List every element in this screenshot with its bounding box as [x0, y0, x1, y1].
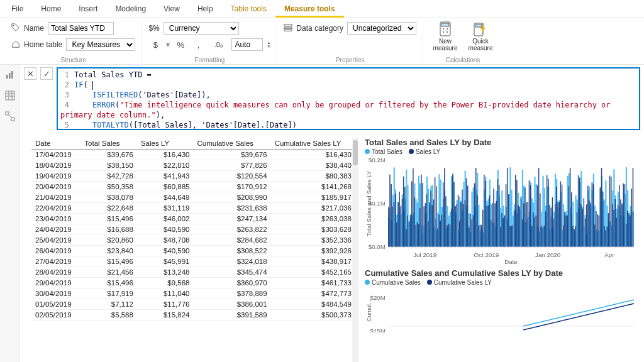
- measure-name-input[interactable]: [48, 22, 114, 35]
- scrollbar-thumb[interactable]: [353, 140, 358, 165]
- svg-rect-231: [529, 180, 530, 247]
- column-header[interactable]: Cumulative Sales LY: [271, 138, 355, 150]
- quick-measure-button[interactable]: Quick measure: [465, 21, 496, 52]
- data-category-select[interactable]: Uncategorized: [347, 22, 416, 35]
- table-row[interactable]: 21/04/2019$38,078$44,649$208,990$185,917: [31, 192, 355, 203]
- svg-rect-15: [6, 91, 14, 100]
- table-row[interactable]: 22/04/2019$22,648$31,119$231,638$217,036: [31, 203, 355, 214]
- legend-item: Cumulative Sales LY: [427, 279, 492, 286]
- svg-rect-219: [521, 197, 522, 247]
- column-header[interactable]: Sales LY: [137, 138, 194, 150]
- ribbon-group-formatting: $% Currency $ ▾ % ‚ .0₀ ▲▼ Formatting: [142, 21, 277, 65]
- table-row[interactable]: 26/04/2019$23,840$40,590$308,522$392,926: [31, 246, 355, 256]
- table-row[interactable]: 02/05/2019$5,588$15,824$391,589$500,373: [31, 310, 355, 321]
- menu-tab-measure-tools[interactable]: Measure tools: [275, 0, 344, 18]
- svg-rect-241: [536, 216, 537, 247]
- ribbon-group-calculations: New measure Quick measure Calculations: [423, 21, 502, 65]
- svg-rect-283: [564, 212, 565, 247]
- table-row[interactable]: 25/04/2019$20,860$48,708$284,682$352,336: [31, 235, 355, 246]
- decimal-places-input[interactable]: [231, 38, 263, 51]
- percent-button[interactable]: %: [174, 38, 187, 51]
- home-icon: [11, 40, 20, 50]
- svg-rect-119: [452, 175, 453, 247]
- svg-rect-337: [601, 168, 602, 247]
- formula-commit-button[interactable]: ✓: [40, 67, 53, 80]
- chart1-area[interactable]: Total Sales and Sales LY$0.0M$0.1M$0.2MJ…: [365, 158, 636, 265]
- table-scrollbar[interactable]: [352, 138, 358, 362]
- currency-button[interactable]: $: [148, 38, 162, 51]
- svg-rect-379: [630, 216, 631, 247]
- svg-rect-381: [631, 189, 633, 247]
- menu-tab-insert[interactable]: Insert: [70, 0, 106, 18]
- svg-rect-365: [620, 199, 621, 247]
- column-header[interactable]: Total Sales: [80, 138, 137, 150]
- svg-rect-91: [433, 199, 435, 247]
- svg-rect-255: [545, 211, 547, 247]
- svg-rect-273: [557, 202, 558, 247]
- svg-rect-245: [538, 168, 540, 247]
- svg-rect-355: [613, 210, 614, 247]
- svg-rect-367: [621, 204, 623, 247]
- table-row[interactable]: 24/04/2019$16,688$40,590$263,822$303,628: [31, 224, 355, 235]
- svg-rect-369: [623, 184, 625, 247]
- svg-rect-47: [403, 177, 404, 247]
- table-row[interactable]: 23/04/2019$15,496$46,002$247,134$263,038: [31, 214, 355, 224]
- svg-rect-33: [394, 202, 395, 247]
- chart2-area[interactable]: Cumul...$15M$20M: [365, 288, 636, 332]
- model-view-icon[interactable]: [5, 111, 15, 123]
- menu-tab-table-tools[interactable]: Table tools: [222, 0, 275, 18]
- table-row[interactable]: 27/04/2019$15,496$45,991$324,018$438,917: [31, 256, 355, 267]
- svg-rect-191: [501, 213, 502, 247]
- decimal-places-button[interactable]: .0₀: [209, 38, 228, 51]
- format-select[interactable]: Currency: [164, 22, 239, 35]
- menu-tab-home[interactable]: Home: [32, 0, 70, 18]
- menu-tab-help[interactable]: Help: [189, 0, 222, 18]
- svg-rect-159: [480, 225, 481, 247]
- home-table-select[interactable]: Key Measures: [66, 38, 135, 51]
- svg-rect-5: [441, 23, 449, 26]
- data-table-visual[interactable]: DateTotal SalesSales LYCumulative SalesC…: [31, 138, 358, 362]
- svg-rect-59: [411, 182, 413, 247]
- table-row[interactable]: 30/04/2019$17,919$11,040$378,889$472,773: [31, 288, 355, 299]
- svg-rect-25: [388, 207, 389, 247]
- svg-text:$15M: $15M: [370, 327, 385, 332]
- menu-tab-modeling[interactable]: Modeling: [106, 0, 155, 18]
- column-header[interactable]: Cumulative Sales: [193, 138, 270, 150]
- table-row[interactable]: 29/04/2019$15,496$9,568$360,970$461,733: [31, 278, 355, 288]
- report-view-icon[interactable]: [5, 70, 15, 82]
- svg-rect-113: [448, 224, 450, 247]
- svg-rect-309: [582, 209, 583, 247]
- svg-rect-195: [504, 215, 506, 247]
- svg-rect-145: [470, 214, 471, 247]
- svg-rect-221: [522, 219, 523, 247]
- table-row[interactable]: 01/05/2019$7,112$11,776$386,001$484,549: [31, 299, 355, 310]
- svg-rect-11: [475, 25, 482, 27]
- new-measure-button[interactable]: New measure: [430, 21, 461, 52]
- table-row[interactable]: 28/04/2019$21,456$13,248$345,474$452,165: [31, 267, 355, 278]
- svg-rect-281: [563, 226, 564, 247]
- svg-rect-63: [414, 197, 415, 247]
- table-row[interactable]: 18/04/2019$38,150$22,010$77,826$38,440: [31, 160, 355, 171]
- column-header[interactable]: Date: [31, 138, 80, 150]
- menu-tab-file[interactable]: File: [3, 0, 32, 18]
- table-row[interactable]: 17/04/2019$39,676$16,430$39,676$16,430: [31, 150, 355, 160]
- svg-rect-181: [494, 204, 496, 247]
- table-row[interactable]: 20/04/2019$50,358$60,885$170,912$141,268: [31, 182, 355, 192]
- svg-rect-193: [502, 218, 504, 247]
- thousands-sep-button[interactable]: ‚: [191, 38, 205, 51]
- svg-rect-179: [493, 189, 494, 247]
- svg-rect-295: [572, 226, 574, 247]
- stepper-down-icon[interactable]: ▼: [267, 45, 270, 48]
- formula-cancel-button[interactable]: ✕: [24, 67, 36, 80]
- svg-rect-12: [6, 75, 8, 79]
- svg-rect-383: [633, 168, 634, 247]
- menu-tab-view[interactable]: View: [155, 0, 189, 18]
- view-rail: [0, 65, 20, 362]
- table-row[interactable]: 19/04/2019$42,728$41,943$120,554$80,383: [31, 171, 355, 182]
- svg-rect-321: [590, 203, 591, 247]
- data-view-icon[interactable]: [5, 90, 15, 102]
- formula-editor[interactable]: 1Total Sales YTD =2IF( 3 ISFILTERED('Dat…: [57, 67, 640, 130]
- svg-rect-75: [422, 183, 423, 247]
- group-label-formatting: Formatting: [194, 57, 225, 65]
- svg-rect-289: [569, 186, 570, 247]
